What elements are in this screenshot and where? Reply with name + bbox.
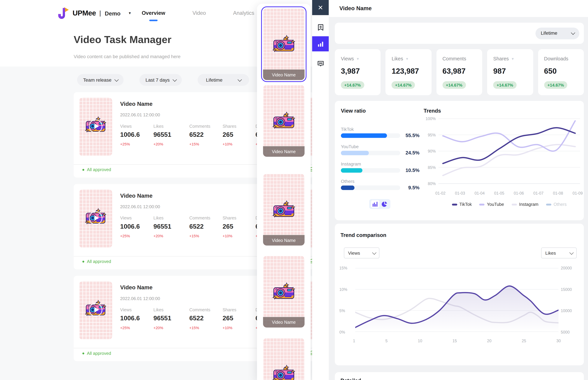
stat-label: Comments: [189, 307, 223, 312]
stat-value: 265: [223, 223, 255, 230]
nav-item-overview[interactable]: Overview: [142, 10, 165, 16]
trends-chart: [438, 118, 580, 185]
filter-label: Lifetime: [206, 77, 222, 82]
stat-column: Comments 6522 +15%: [189, 124, 223, 146]
stat-delta: +10%: [223, 234, 255, 238]
filter-last-7-days[interactable]: Last 7 days: [139, 74, 182, 86]
metric-summary-card[interactable]: Shares ▼ 987 +14.67%: [487, 49, 533, 95]
carousel-item-label: Video Name: [263, 317, 304, 328]
brand-logo-group[interactable]: UPMee | Demo ▼: [57, 6, 132, 20]
metric-change-badge: +14.67%: [392, 81, 415, 89]
metric-change-badge: +14.67%: [544, 81, 568, 89]
main-nav: OverviewVideoAnalytics: [142, 0, 254, 26]
caret-down-icon[interactable]: ▼: [405, 57, 409, 60]
filter-team-release[interactable]: Team release: [77, 74, 124, 86]
metric-summary-card[interactable]: Comments ▼ 63,987 +14.67%: [436, 49, 482, 95]
caret-down-icon[interactable]: ▼: [356, 57, 360, 60]
carousel-item[interactable]: [263, 338, 304, 380]
video-datetime: 2022.06.01 12:00:00: [120, 205, 160, 209]
video-detail-panel: Video Name Lifetime Views ▼ 3,987 +14.67…: [329, 0, 588, 380]
trends-x-axis: 01-0201-0301-0401-0501-0601-0701-0801-09: [435, 191, 583, 195]
legend-item-others[interactable]: Others: [546, 202, 567, 207]
video-thumbnail[interactable]: [79, 281, 112, 340]
stat-column: Views 1006.6 +25%: [120, 124, 153, 146]
stat-value: 1006.6: [120, 223, 153, 230]
stat-label: Shares: [223, 124, 255, 129]
range-value: Lifetime: [541, 31, 557, 36]
nav-item-video[interactable]: Video: [192, 10, 206, 16]
legend-color-dash: [479, 203, 485, 205]
ratio-percentage: 55.5%: [406, 133, 419, 138]
ratio-bar-track: [341, 168, 400, 173]
ratio-platform-label: Others: [341, 179, 419, 184]
status-label: All approved: [87, 259, 111, 264]
detail-header: Video Name: [329, 0, 588, 17]
metric-label: Views: [341, 56, 354, 62]
rail-bookmark-button[interactable]: [312, 19, 329, 35]
ratio-platform-label: YouTube: [341, 144, 419, 149]
rail-analytics-button[interactable]: [312, 36, 329, 51]
detail-video-title: Video Name: [340, 5, 372, 11]
legend-color-dash: [512, 203, 517, 205]
stat-label: Views: [120, 307, 153, 312]
metric-change-badge: +14.67%: [442, 81, 466, 89]
metric-summary-card[interactable]: Views ▼ 3,987 +14.67%: [335, 49, 381, 95]
stat-column: Views 1006.6 +25%: [120, 307, 153, 330]
workspace-caret-icon[interactable]: ▼: [128, 11, 132, 15]
nav-item-analytics[interactable]: Analytics: [233, 10, 254, 16]
filter-lifetime[interactable]: Lifetime: [198, 74, 249, 86]
stat-label: Shares: [223, 216, 255, 220]
stat-delta: +25%: [120, 234, 153, 238]
lifetime-range-select[interactable]: Lifetime: [535, 27, 579, 39]
comparison-right-metric-select[interactable]: Likes: [541, 247, 577, 258]
stat-delta: +15%: [189, 142, 223, 146]
comparison-left-metric-select[interactable]: Views: [344, 247, 379, 258]
page-header: Video Task Manager Video content can be …: [74, 34, 181, 59]
carousel-item[interactable]: Video Name: [263, 85, 304, 157]
video-thumbnail[interactable]: [79, 97, 112, 156]
carousel-item[interactable]: Video Name: [263, 8, 304, 80]
video-datetime: 2022.06.01 12:00:00: [120, 113, 160, 117]
stat-delta: +25%: [120, 142, 153, 146]
pie-chart-toggle-button[interactable]: [380, 200, 389, 208]
ratio-percentage: 10.5%: [406, 167, 419, 173]
trend-comparison-title: Trend comparison: [341, 232, 386, 238]
stat-value: 1006.6: [120, 315, 153, 322]
workspace-name[interactable]: Demo: [105, 10, 121, 17]
carousel-item[interactable]: Video Name: [263, 256, 304, 328]
metric-summary-card[interactable]: Downloads ▼ 650 +14.67%: [538, 49, 584, 95]
left-metric-value: Views: [348, 250, 360, 255]
comparison-x-axis: 151015202530: [353, 339, 561, 343]
trends-svg: [438, 118, 580, 185]
stat-column: Shares 265 +10%: [223, 307, 255, 330]
metric-value: 650: [544, 67, 584, 76]
video-title: Video Name: [120, 284, 152, 290]
legend-label: YouTube: [487, 202, 504, 207]
video-title: Video Name: [120, 192, 152, 199]
rail-comments-button[interactable]: [312, 56, 329, 71]
ratio-row: YouTube 24.5%: [341, 144, 419, 161]
status-dot-icon: [82, 260, 84, 262]
metric-summary-card[interactable]: Likes ▼ 123,987 +14.67%: [385, 49, 432, 95]
legend-item-instagram[interactable]: Instagram: [512, 202, 538, 207]
stat-column: Shares 265 +10%: [223, 216, 255, 238]
legend-item-youtube[interactable]: YouTube: [479, 202, 504, 207]
ratio-bar-fill: [341, 133, 387, 138]
ratio-row: Others 9.5%: [341, 179, 419, 196]
ratio-percentage: 24.5%: [406, 150, 419, 156]
carousel-item[interactable]: Video Name: [263, 174, 304, 246]
ratio-trends-card: View ratio TikTok 55.5% YouTube 24.5% In…: [335, 101, 584, 220]
stat-value: 265: [223, 131, 255, 139]
stat-value: 96551: [153, 315, 189, 322]
mini-bar-chart-icon: [373, 201, 378, 207]
stat-column: Shares 265 +10%: [223, 124, 255, 146]
bar-chart-toggle-button[interactable]: [371, 200, 379, 208]
close-panel-button[interactable]: ✕: [312, 0, 329, 15]
ratio-bar-track: [341, 133, 400, 138]
close-icon: ✕: [318, 3, 323, 12]
status-label: All approved: [87, 351, 111, 356]
caret-down-icon[interactable]: ▼: [511, 57, 514, 60]
video-thumbnail[interactable]: [79, 189, 112, 248]
legend-item-tiktok[interactable]: TikTok: [452, 202, 472, 207]
camera-illustration: [272, 111, 296, 130]
